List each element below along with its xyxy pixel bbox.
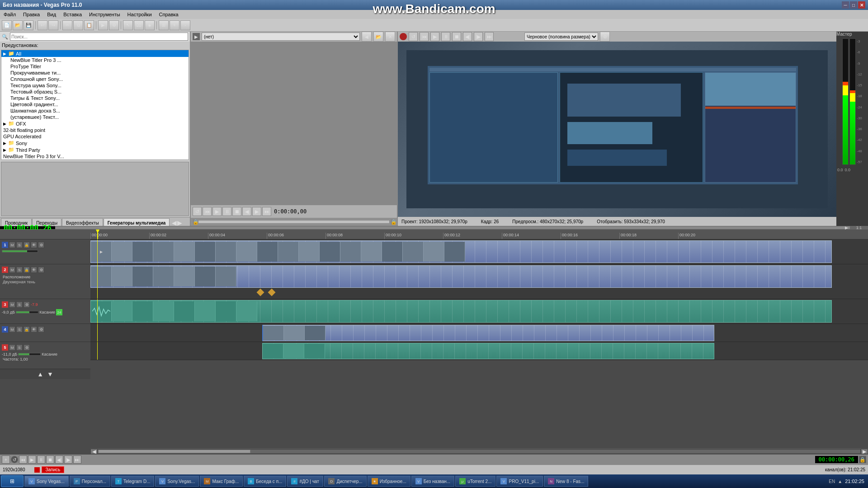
center-rewind-btn[interactable]: ⏮ (203, 207, 212, 216)
center-stop-btn[interactable]: ⏹ (232, 207, 241, 216)
tb-snap[interactable]: ⊞ (159, 20, 169, 30)
taskbar-pro[interactable]: V PRO_V11_pi... (496, 476, 543, 487)
tl-add-track[interactable]: + (2, 455, 10, 464)
center-fforward[interactable]: ⏭ (262, 207, 271, 216)
tab-left-arrow[interactable]: ◀ (172, 219, 177, 226)
track-4-clip[interactable] (262, 325, 714, 341)
record-button[interactable]: Запись (42, 466, 65, 473)
taskbar-telegram[interactable]: T Telegram D... (111, 476, 154, 487)
tb-properties[interactable]: ⚙ (109, 20, 119, 30)
tb-cut[interactable]: ✂ (62, 20, 72, 30)
menu-settings[interactable]: Настройки (126, 11, 154, 18)
tl-stop[interactable]: ⏹ (46, 455, 54, 464)
rp-fforward[interactable]: ⏭ (485, 32, 494, 41)
tree-item-scroll[interactable]: Прокручиваемые ти... (1, 70, 189, 76)
track-5-clip[interactable] (262, 343, 714, 359)
track-2-lock[interactable]: 🔒 (24, 267, 30, 273)
tree-item-chess[interactable]: Шахматная доска S... (1, 108, 189, 114)
tb-save[interactable]: 💾 (24, 20, 33, 30)
tb-new[interactable]: 📄 (2, 20, 12, 30)
tl-lock-btn[interactable]: 🔒 (859, 456, 866, 463)
track-down-arrow[interactable]: ▼ (47, 371, 53, 378)
tree-item-gradient[interactable]: Цветовой градиент... (1, 101, 189, 108)
tl-fforward[interactable]: ⏭ (73, 455, 81, 464)
track-1-volume-slider[interactable] (2, 250, 38, 253)
tl-rewind[interactable]: ⏮ (19, 455, 27, 464)
maximize-btn[interactable]: □ (850, 1, 857, 9)
tree-item-solid[interactable]: Сплошной цвет Sony... (1, 76, 189, 82)
hscroll-track[interactable] (98, 449, 861, 454)
rp-prev-frame[interactable]: ◀| (463, 32, 472, 41)
tl-play[interactable]: ▶ (28, 455, 36, 464)
track-4-mute[interactable]: M (9, 326, 15, 333)
taskbar-vegas2[interactable]: V Sony.Vegas... (155, 476, 199, 487)
menu-file[interactable]: Файл (2, 11, 18, 18)
track-1-solo[interactable]: S (16, 242, 23, 248)
rp-pause-btn[interactable]: ⏸ (441, 32, 450, 41)
track-1-eye[interactable]: 👁 (31, 242, 37, 248)
track-2-eye[interactable]: 👁 (31, 267, 37, 273)
center-open-btn[interactable]: 📂 (373, 32, 383, 42)
rp-stop-btn[interactable]: ⏹ (452, 32, 461, 41)
track-3-mute[interactable]: M (9, 301, 15, 308)
track-3-solo[interactable]: S (16, 301, 23, 308)
track-2-clip[interactable] (90, 265, 832, 288)
tray-en[interactable]: EN (829, 479, 835, 484)
tl-loop-btn[interactable]: ↺ (11, 456, 18, 463)
tree-item-32bit[interactable]: 32-bit floating point (1, 127, 189, 133)
menu-tools[interactable]: Инструменты (87, 11, 122, 18)
tl-pause[interactable]: ⏸ (37, 455, 45, 464)
track-5-settings[interactable]: ⚙ (24, 344, 30, 351)
taskbar-max[interactable]: M Макс Граф... (200, 476, 243, 487)
track-2-settings[interactable]: ⚙ (38, 267, 44, 273)
track-4-lock[interactable]: 🔒 (24, 326, 30, 333)
tree-item-sony[interactable]: ▶ 📁 Sony (1, 140, 189, 146)
taskbar-favorites[interactable]: ★ Избранное... (368, 476, 410, 487)
tree-item-newblue2[interactable]: NewBlue Titler Pro 3 for V... (1, 153, 189, 160)
tree-item-newblue[interactable]: NewBlue Titler Pro 3 ... (1, 57, 189, 63)
tb-copy[interactable]: ⧉ (73, 20, 83, 30)
track-2-solo[interactable]: S (16, 267, 23, 273)
source-preview-dropdown[interactable]: (нет) (202, 33, 360, 41)
track-1-lock[interactable]: 🔒 (24, 242, 30, 248)
effects-search-input[interactable] (10, 33, 188, 41)
tl-next-frame[interactable]: |▶ (64, 455, 72, 464)
tb-split[interactable]: ⌧ (134, 20, 144, 30)
track-5-vol[interactable] (18, 353, 41, 356)
tb-select[interactable]: ↖ (123, 20, 133, 30)
rp-settings-btn[interactable]: ⚙ (600, 32, 610, 42)
keyframe-diamond-1[interactable] (257, 289, 264, 296)
keyframe-diamond-2[interactable] (268, 289, 276, 296)
tb-paste[interactable]: 📋 (84, 20, 94, 30)
taskbar-new8[interactable]: N New 8 - Fas... (544, 476, 588, 487)
tree-item-gpu[interactable]: GPU Accelerated (1, 133, 189, 140)
center-prev-frame[interactable]: ◀ (242, 207, 251, 216)
center-loop-btn[interactable]: ↺ (193, 207, 202, 216)
tree-item-legacy[interactable]: (устаревшее) Текст... (1, 114, 189, 120)
tb-open[interactable]: 📂 (13, 20, 23, 30)
center-next-frame[interactable]: ▶ (252, 207, 261, 216)
center-timeline-slider[interactable] (198, 220, 390, 224)
track-1-clip[interactable]: ▶ (90, 240, 832, 263)
tree-item-protype[interactable]: ProType Titler (1, 63, 189, 70)
menu-help[interactable]: Справка (157, 11, 180, 18)
track-1-settings[interactable]: ⚙ (38, 242, 44, 248)
tb-erase[interactable]: ◈ (145, 20, 155, 30)
tb-zoom-in[interactable]: + (170, 20, 179, 30)
tree-item-noise[interactable]: Текстура шума Sony... (1, 82, 189, 89)
tree-item-ofx[interactable]: ▶ 📁 OFX (1, 120, 189, 127)
taskbar-do-chat[interactable]: # #ДО | чат (287, 476, 323, 487)
track-4-eye[interactable]: 👁 (31, 326, 37, 333)
hscroll-right[interactable]: ▶ (861, 449, 868, 454)
tb-render[interactable]: ▶ (98, 20, 108, 30)
tb-redo[interactable]: ↪ (48, 20, 58, 30)
tree-item-third[interactable]: ▶ 📁 Third Party (1, 146, 189, 153)
tl-prev-frame[interactable]: ◀| (55, 455, 63, 464)
tab-right-arrow[interactable]: ▶ (177, 219, 182, 226)
track-3-vol[interactable] (16, 311, 38, 314)
hscroll-thumb[interactable] (98, 450, 250, 453)
track-3-settings[interactable]: ⚙ (24, 301, 30, 308)
center-pause-btn[interactable]: ⏸ (222, 207, 231, 216)
taskbar-unnamed[interactable]: V Без назван... (411, 476, 454, 487)
menu-edit[interactable]: Правка (21, 11, 42, 18)
